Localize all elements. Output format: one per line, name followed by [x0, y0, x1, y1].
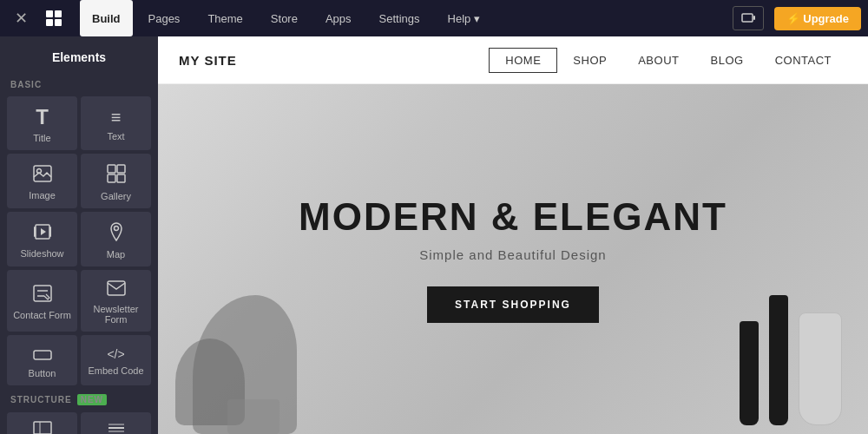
svg-rect-13 [34, 227, 36, 237]
element-title-label: Title [33, 133, 50, 143]
gallery-icon [107, 164, 126, 186]
device-toggle[interactable] [733, 6, 764, 30]
structure-item-divider[interactable] [81, 412, 151, 434]
embed-code-icon: </> [107, 348, 124, 360]
element-button-label: Button [29, 368, 56, 378]
contact-form-icon [33, 285, 52, 305]
slideshow-icon [33, 223, 52, 243]
element-image[interactable]: Image [7, 154, 77, 208]
element-embed-code-label: Embed Code [88, 365, 143, 376]
site-nav-contact[interactable]: CONTACT [760, 49, 847, 72]
svg-point-15 [114, 227, 118, 231]
svg-rect-20 [34, 351, 51, 359]
hero-cta-button[interactable]: START SHOPPING [427, 286, 599, 323]
svg-rect-0 [46, 10, 53, 17]
hero-subtitle: Simple and Beautiful Design [299, 247, 727, 262]
svg-rect-8 [108, 165, 115, 173]
element-text[interactable]: ≡ Text [81, 96, 151, 150]
svg-rect-2 [46, 19, 53, 26]
structure-section: STRUCTURE NEW [0, 389, 158, 409]
nav-tab-theme[interactable]: Theme [195, 0, 254, 36]
nav-tab-store[interactable]: Store [259, 0, 310, 36]
element-gallery[interactable]: Gallery [81, 154, 151, 208]
structure-item-layout[interactable] [7, 412, 77, 434]
canvas-area: MY SITE HOME SHOP ABOUT BLOG CONTACT MOD… [158, 36, 868, 434]
button-icon [33, 345, 52, 363]
element-map-label: Map [107, 249, 125, 260]
svg-rect-19 [108, 281, 125, 295]
logo [38, 4, 69, 32]
nav-tab-pages[interactable]: Pages [136, 0, 193, 36]
site-logo: MY SITE [179, 53, 237, 68]
element-image-label: Image [29, 190, 56, 201]
element-newsletter-form-label: Newsletter Form [86, 304, 146, 325]
svg-rect-5 [753, 16, 755, 20]
element-newsletter-form[interactable]: Newsletter Form [81, 270, 151, 332]
sidebar-title: Elements [0, 43, 158, 75]
hero-section: MODERN & ELEGANT Simple and Beautiful De… [158, 84, 868, 434]
site-header: MY SITE HOME SHOP ABOUT BLOG CONTACT [158, 36, 868, 84]
top-navigation: ✕ Build Pages Theme Store Apps Settings … [0, 0, 868, 36]
title-icon: T [36, 107, 49, 128]
element-button[interactable]: Button [7, 335, 77, 385]
vase [799, 312, 842, 425]
element-embed-code[interactable]: </> Embed Code [81, 335, 151, 385]
svg-rect-4 [742, 14, 753, 22]
element-gallery-label: Gallery [101, 191, 131, 201]
element-contact-form[interactable]: Contact Form [7, 270, 77, 332]
svg-rect-3 [55, 19, 62, 26]
element-slideshow[interactable]: Slideshow [7, 212, 77, 266]
element-title[interactable]: T Title [7, 96, 77, 150]
hero-content: MODERN & ELEGANT Simple and Beautiful De… [299, 195, 727, 323]
elements-sidebar: Elements BASIC T Title ≡ Text Image [0, 36, 158, 434]
site-nav-home[interactable]: HOME [489, 48, 557, 73]
site-nav-blog[interactable]: BLOG [695, 49, 760, 72]
svg-rect-14 [49, 227, 51, 237]
site-nav-about[interactable]: ABOUT [622, 49, 694, 72]
element-contact-form-label: Contact Form [13, 310, 71, 320]
svg-rect-9 [117, 165, 125, 173]
candle-2 [769, 295, 788, 425]
nav-tab-build[interactable]: Build [80, 0, 133, 36]
svg-rect-10 [108, 174, 115, 182]
svg-rect-21 [34, 422, 51, 434]
nav-tab-settings[interactable]: Settings [367, 0, 432, 36]
site-navigation: HOME SHOP ABOUT BLOG CONTACT [489, 48, 847, 73]
svg-rect-11 [117, 174, 125, 182]
text-icon: ≡ [111, 108, 122, 126]
site-nav-shop[interactable]: SHOP [557, 49, 622, 72]
nav-tab-apps[interactable]: Apps [313, 0, 364, 36]
svg-rect-1 [55, 10, 62, 17]
image-icon [33, 165, 52, 185]
new-badge: NEW [77, 394, 107, 405]
newsletter-form-icon [107, 280, 126, 299]
nav-tab-help[interactable]: Help ▾ [436, 0, 492, 36]
element-map[interactable]: Map [81, 212, 151, 266]
close-button[interactable]: ✕ [7, 4, 35, 32]
basic-section-label: BASIC [0, 75, 158, 93]
hero-decor-right [740, 295, 868, 434]
element-slideshow-label: Slideshow [20, 248, 63, 259]
map-icon [108, 222, 125, 244]
hero-title: MODERN & ELEGANT [299, 195, 727, 239]
structure-section-label: STRUCTURE [10, 395, 72, 404]
basic-elements-grid: T Title ≡ Text Image Gallery [0, 93, 158, 389]
main-area: Elements BASIC T Title ≡ Text Image [0, 36, 868, 434]
candle-1 [740, 321, 759, 425]
element-text-label: Text [107, 131, 124, 141]
upgrade-button[interactable]: ⚡ Upgrade [774, 7, 861, 30]
structure-grid [0, 409, 158, 434]
